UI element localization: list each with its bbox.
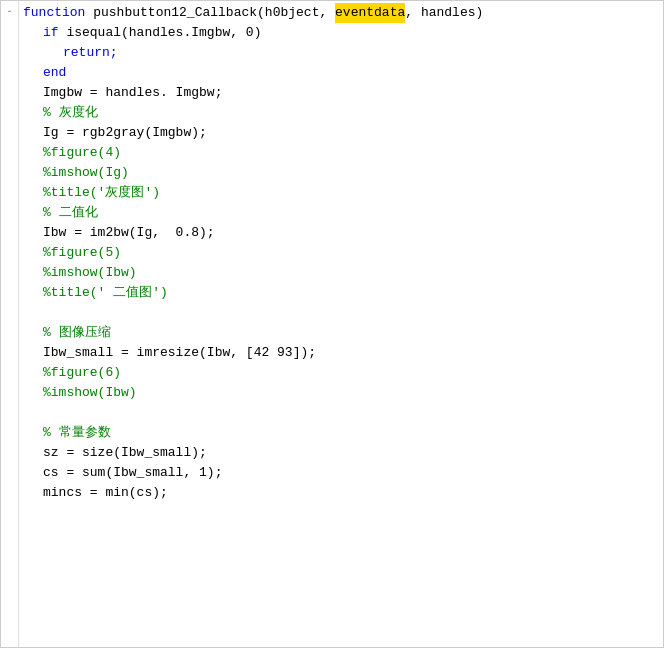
code-line: %figure(6) [23, 363, 659, 383]
comment-text: % 常量参数 [43, 423, 111, 443]
comment-text: % 灰度化 [43, 103, 98, 123]
code-text: , handles) [405, 3, 483, 23]
code-line: Imgbw = handles. Imgbw; [23, 83, 659, 103]
keyword-function: function [23, 3, 93, 23]
comment-text: %figure(4) [43, 143, 121, 163]
code-line: return; [23, 43, 659, 63]
gutter: ⁃ [1, 1, 19, 647]
comment-text: %title('灰度图') [43, 183, 160, 203]
code-line [23, 403, 659, 423]
code-content[interactable]: function pushbutton12_Callback(h0bject, … [19, 1, 663, 647]
comment-text: %imshow(Ig) [43, 163, 129, 183]
comment-text: % 二值化 [43, 203, 98, 223]
comment-text: % 图像压缩 [43, 323, 111, 343]
code-area: ⁃ function pushbutton12_Callback(h0bject… [1, 1, 663, 647]
code-line: %figure(5) [23, 243, 659, 263]
code-line: %title(' 二值图') [23, 283, 659, 303]
code-line: %imshow(Ibw) [23, 263, 659, 283]
code-line: %imshow(Ig) [23, 163, 659, 183]
code-line: Ibw_small = imresize(Ibw, [42 93]); [23, 343, 659, 363]
code-text: Ig = rgb2gray(Imgbw); [43, 123, 207, 143]
code-text: Imgbw = handles. Imgbw; [43, 83, 222, 103]
code-line: %title('灰度图') [23, 183, 659, 203]
code-text: isequal(handles.Imgbw, 0) [66, 23, 261, 43]
code-text: sz = size(Ibw_small); [43, 443, 207, 463]
comment-text: %imshow(Ibw) [43, 263, 137, 283]
code-line: sz = size(Ibw_small); [23, 443, 659, 463]
code-line: % 二值化 [23, 203, 659, 223]
code-line: %figure(4) [23, 143, 659, 163]
code-line: Ig = rgb2gray(Imgbw); [23, 123, 659, 143]
collapse-icon[interactable]: ⁃ [7, 3, 12, 23]
code-text: cs = sum(Ibw_small, 1); [43, 463, 222, 483]
comment-text: %figure(6) [43, 363, 121, 383]
code-line: Ibw = im2bw(Ig, 0.8); [23, 223, 659, 243]
code-text: mincs = min(cs); [43, 483, 168, 503]
code-line: function pushbutton12_Callback(h0bject, … [23, 3, 659, 23]
keyword-return: return; [63, 43, 118, 63]
keyword-end: end [43, 63, 66, 83]
code-line: % 灰度化 [23, 103, 659, 123]
code-text: Ibw = im2bw(Ig, 0.8); [43, 223, 215, 243]
code-line: % 图像压缩 [23, 323, 659, 343]
code-text: pushbutton12_Callback(h0bject, [93, 3, 335, 23]
comment-text: %title(' 二值图') [43, 283, 168, 303]
code-editor: ⁃ function pushbutton12_Callback(h0bject… [0, 0, 664, 648]
code-text: Ibw_small = imresize(Ibw, [42 93]); [43, 343, 316, 363]
highlight-eventdata: eventdata [335, 3, 405, 23]
code-line: cs = sum(Ibw_small, 1); [23, 463, 659, 483]
code-line: mincs = min(cs); [23, 483, 659, 503]
code-line [23, 303, 659, 323]
keyword-if: if [43, 23, 66, 43]
code-line: %imshow(Ibw) [23, 383, 659, 403]
comment-text: %imshow(Ibw) [43, 383, 137, 403]
code-line: if isequal(handles.Imgbw, 0) [23, 23, 659, 43]
code-line: end [23, 63, 659, 83]
code-line: % 常量参数 [23, 423, 659, 443]
comment-text: %figure(5) [43, 243, 121, 263]
